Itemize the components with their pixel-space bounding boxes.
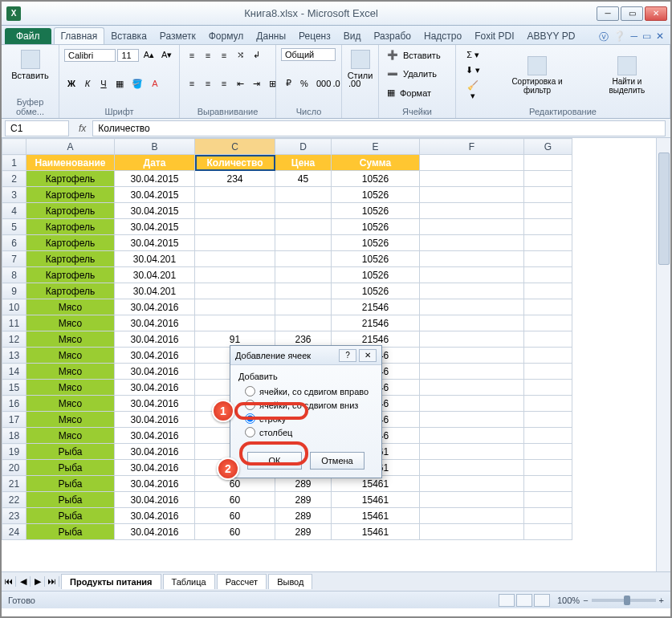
cell[interactable]: 10526 [332, 187, 420, 203]
cell[interactable]: 30.04.2016 [115, 492, 195, 508]
cell[interactable] [420, 380, 524, 396]
cell[interactable]: 30.04.2015 [115, 187, 195, 203]
row-header-6[interactable]: 6 [2, 235, 26, 251]
cell[interactable] [420, 460, 524, 476]
cell[interactable]: Картофель [26, 187, 115, 203]
file-tab[interactable]: Файл [5, 28, 51, 44]
cell[interactable] [420, 476, 524, 492]
dialog-close-button[interactable]: ✕ [359, 349, 377, 362]
sheet-nav-next[interactable]: ▶ [31, 576, 45, 587]
cell[interactable] [420, 187, 524, 203]
maximize-button[interactable]: ▭ [621, 6, 643, 21]
cell[interactable] [524, 187, 572, 203]
cell[interactable]: 234 [195, 171, 275, 187]
cell[interactable] [420, 203, 524, 219]
find-select-button[interactable]: Найти и выделить [589, 55, 665, 96]
cell[interactable]: 30.04.2015 [115, 171, 195, 187]
zoom-level[interactable]: 100% [557, 596, 580, 605]
cell[interactable]: 289 [275, 508, 332, 524]
cell[interactable]: 30.04.2016 [115, 428, 195, 444]
cell[interactable] [195, 267, 275, 283]
cell[interactable] [524, 380, 572, 396]
cell[interactable] [275, 219, 332, 235]
radio-entire-row[interactable]: строку [238, 412, 373, 425]
cell[interactable] [524, 476, 572, 492]
radio-shift-right[interactable]: ячейки, со сдвигом вправо [238, 384, 373, 398]
cell[interactable]: 30.04.2016 [115, 508, 195, 524]
cell[interactable] [524, 412, 572, 428]
row-header-10[interactable]: 10 [2, 299, 26, 315]
cell[interactable]: 15461 [332, 508, 420, 524]
cell[interactable] [524, 219, 572, 235]
cell[interactable]: 10526 [332, 203, 420, 219]
cell[interactable] [524, 331, 572, 348]
cell[interactable]: 30.04.2016 [115, 444, 195, 460]
cell[interactable]: 30.04.2015 [115, 203, 195, 219]
cell[interactable]: Мясо [26, 380, 115, 396]
font-size-dropdown[interactable]: 11 [117, 49, 138, 62]
decrease-font-icon[interactable]: A▾ [158, 48, 174, 62]
cell[interactable]: 21546 [332, 299, 420, 315]
cell[interactable] [275, 315, 332, 331]
decrease-indent-icon[interactable]: ⇤ [233, 77, 247, 91]
cell[interactable]: 45 [275, 171, 332, 187]
row-header-4[interactable]: 4 [2, 203, 26, 219]
row-header-19[interactable]: 19 [2, 444, 26, 460]
row-header-24[interactable]: 24 [2, 524, 26, 540]
column-header-A[interactable]: A [26, 139, 115, 155]
row-header-5[interactable]: 5 [2, 219, 26, 235]
align-right-icon[interactable]: ≡ [217, 77, 231, 90]
row-header-17[interactable]: 17 [2, 412, 26, 428]
align-left-icon[interactable]: ≡ [185, 77, 199, 90]
tab-foxit[interactable]: Foxit PDI [468, 28, 520, 44]
row-header-12[interactable]: 12 [2, 331, 26, 348]
cell[interactable]: 60 [195, 508, 275, 524]
cell[interactable] [420, 331, 524, 348]
cell[interactable]: Мясо [26, 396, 115, 412]
cell[interactable] [195, 315, 275, 331]
sheet-nav-first[interactable]: ⏮ [2, 576, 16, 587]
cell[interactable]: 30.04.2016 [115, 299, 195, 315]
cell[interactable] [275, 267, 332, 283]
row-header-3[interactable]: 3 [2, 187, 26, 203]
comma-icon[interactable]: 000 [313, 77, 328, 90]
sheet-tab-3[interactable]: Рассчет [217, 574, 267, 589]
percent-icon[interactable]: % [297, 77, 312, 90]
cell[interactable] [524, 251, 572, 267]
cell[interactable] [524, 235, 572, 251]
paste-button[interactable]: Вставить [6, 48, 54, 82]
tab-abbyy[interactable]: ABBYY PD [521, 28, 582, 44]
cell[interactable]: 10526 [332, 171, 420, 187]
cell[interactable]: 30.04.2015 [115, 235, 195, 251]
sheet-nav-last[interactable]: ⏭ [45, 576, 59, 587]
row-header-20[interactable]: 20 [2, 460, 26, 476]
cell[interactable] [275, 203, 332, 219]
fill-icon[interactable]: ⬇ ▾ [461, 63, 485, 77]
cell[interactable]: Рыба [26, 444, 115, 460]
cell[interactable] [420, 508, 524, 524]
cell[interactable]: 15461 [332, 524, 420, 540]
cell[interactable]: 60 [195, 524, 275, 540]
cell[interactable] [420, 428, 524, 444]
tab-formulas[interactable]: Формул [202, 28, 250, 44]
cell[interactable]: Мясо [26, 428, 115, 444]
column-header-C[interactable]: C [195, 139, 275, 155]
cell[interactable] [524, 203, 572, 219]
cell[interactable]: 15461 [332, 492, 420, 508]
underline-button[interactable]: Ч [96, 77, 111, 90]
cell[interactable] [524, 444, 572, 460]
column-header-F[interactable]: F [420, 139, 524, 155]
cell[interactable] [195, 187, 275, 203]
cell[interactable] [524, 524, 572, 540]
cell[interactable]: Рыба [26, 460, 115, 476]
cell[interactable]: 10526 [332, 267, 420, 283]
cell[interactable] [420, 267, 524, 283]
cell[interactable]: 289 [275, 524, 332, 540]
cell[interactable]: 30.04.201 [115, 251, 195, 267]
tab-insert[interactable]: Вставка [104, 28, 153, 44]
row-header-23[interactable]: 23 [2, 508, 26, 524]
row-header-18[interactable]: 18 [2, 428, 26, 444]
cell[interactable]: 10526 [332, 251, 420, 267]
table-header-cell[interactable]: Сумма [332, 155, 420, 171]
sheet-tab-2[interactable]: Таблица [163, 574, 215, 589]
